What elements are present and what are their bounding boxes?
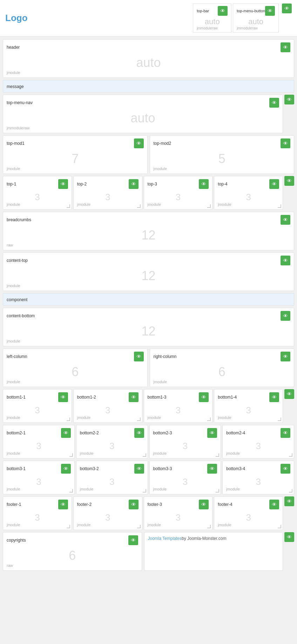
footer1-eye-button[interactable]: 👁 [58,500,68,509]
bottom1-row: bottom1-1 👁 3 jmodule bottom1-2 👁 3 jm [3,389,283,423]
bottom2-4-eye-button[interactable]: 👁 [281,428,290,438]
eye-icon: 👁 [272,502,277,507]
footer-section: footer-1 👁 3 jmodule footer-2 👁 3 jmod [3,496,294,530]
content-bottom-type: jmodule [7,339,290,343]
footer2-resize [137,525,141,528]
eye-icon: 👁 [283,354,288,359]
breadcrumbs-name: breadcrumbs [7,217,31,222]
eye-icon: 👁 [137,430,142,436]
eye-icon: 👁 [283,430,288,436]
bottom3-3-number: 3 [153,475,217,487]
bottom1-4-number: 3 [218,404,279,415]
message-position: message [3,80,294,93]
eye-icon: 👁 [210,430,215,436]
bottom2-4-name: bottom2-4 [226,431,245,435]
top-bar-box: top-bar 👁 auto jmmoduleraw [193,4,231,33]
header-auto: auto [7,54,290,70]
top-menu-nav-position: top-menu-nav 👁 auto jmmoduleraw [3,95,283,133]
header-area-eye-button[interactable]: 👁 [282,4,292,13]
copyrights-eye-button[interactable]: 👁 [128,535,138,545]
copyrights-outer-eye-button[interactable]: 👁 [284,532,294,542]
bottom1-3-number: 3 [148,404,209,415]
eye-icon: 👁 [272,181,277,187]
footer4-eye-button[interactable]: 👁 [269,500,279,509]
footer3-eye-button[interactable]: 👁 [199,500,209,509]
bottom3-1-name: bottom3-1 [7,466,26,471]
header-section: header 👁 auto jmodule [3,39,294,78]
footer3-name: footer-3 [148,502,162,507]
bottom2-2-eye-button[interactable]: 👁 [134,428,144,438]
bottom3-4-name: bottom3-4 [226,466,245,471]
bottom3-1-number: 3 [7,475,71,487]
footer-outer-eye-button[interactable]: 👁 [284,496,294,506]
left-column-eye-button[interactable]: 👁 [134,352,144,361]
breadcrumbs-eye-button[interactable]: 👁 [281,215,290,225]
footer1-name: footer-1 [7,502,21,507]
top-row-outer-eye-button[interactable]: 👁 [284,176,294,186]
content-top-eye-button[interactable]: 👁 [281,256,290,265]
content-bottom-number: 12 [7,322,290,339]
top2-name: top-2 [77,182,87,187]
eye-icon: 👁 [287,178,292,184]
copyrights-link-box: Joomla Templates by Joomla-Monster.com [144,532,283,571]
bottom1-4-eye-button[interactable]: 👁 [269,392,279,402]
eye-icon: 👁 [284,6,289,11]
top3-position: top-3 👁 3 jmodule [144,176,213,210]
right-column-eye-button[interactable]: 👁 [281,352,290,361]
eye-icon: 👁 [272,394,277,400]
bottom2-3-number: 3 [153,439,217,451]
bottom1-2-eye-button[interactable]: 👁 [129,392,139,402]
bottom2-2-resize [143,453,146,457]
top-menu-nav-eye-button[interactable]: 👁 [269,98,279,108]
top-mod1-type: jmodule [7,167,144,171]
header-pos-header: header 👁 [7,42,290,52]
top-menu-nav-outer-eye-button[interactable]: 👁 [284,95,294,104]
joomla-templates-link[interactable]: Joomla Templates [148,536,182,541]
right-column-name: right-column [154,354,177,359]
eye-icon: 👁 [272,100,277,106]
content-bottom-name: content-bottom [7,313,35,318]
bottom2-1-position: bottom2-1 👁 3 jmodule [3,425,75,459]
top-bar-auto: auto [197,17,228,26]
footer3-type: jmodule [148,523,209,527]
bottom1-3-eye-button[interactable]: 👁 [199,392,209,402]
footer4-name: footer-4 [218,502,232,507]
bottom1-3-name: bottom1-3 [148,395,167,400]
top2-eye-button[interactable]: 👁 [129,179,139,189]
bottom3-1-eye-button[interactable]: 👁 [61,464,71,474]
bottom2-1-eye-button[interactable]: 👁 [61,428,71,438]
top-bar-type: jmmoduleraw [197,26,228,30]
eye-icon: 👁 [61,394,66,400]
header-eye-button[interactable]: 👁 [281,42,290,52]
top-mod2-eye-button[interactable]: 👁 [281,138,290,148]
bottom1-1-eye-button[interactable]: 👁 [58,392,68,402]
top3-eye-button[interactable]: 👁 [199,179,209,189]
bottom2-4-type: jmodule [226,451,290,455]
header-pos-name: header [7,45,20,50]
left-column-type: jmodule [7,380,144,384]
content-bottom-eye-button[interactable]: 👁 [281,311,290,321]
bottom3-2-eye-button[interactable]: 👁 [134,464,144,474]
top-mod1-eye-button[interactable]: 👁 [134,138,144,148]
content-top-number: 12 [7,267,290,284]
top-menu-nav-type: jmmoduleraw [7,126,279,130]
top4-eye-button[interactable]: 👁 [269,179,279,189]
footer2-eye-button[interactable]: 👁 [129,500,139,509]
bottom3-2-resize [143,489,146,493]
top-bar-eye-button[interactable]: 👁 [218,6,228,16]
top1-number: 3 [7,190,68,202]
bottom3-4-position: bottom3-4 👁 3 jmodule [222,461,294,494]
bottom3-3-eye-button[interactable]: 👁 [207,464,217,474]
top-menu-button-eye-button[interactable]: 👁 [265,6,275,16]
top-menu-nav-header: top-menu-nav 👁 [7,98,279,108]
bottom3-4-type: jmodule [226,487,290,491]
top1-eye-button[interactable]: 👁 [58,179,68,189]
bottom1-outer-eye-button[interactable]: 👁 [284,389,294,399]
bottom3-2-type: jmodule [80,487,144,491]
top4-name: top-4 [218,182,227,187]
bottom2-3-eye-button[interactable]: 👁 [207,428,217,438]
top-module-area: top-bar 👁 auto jmmoduleraw top-menu-butt… [193,4,292,33]
top-header: Logo top-bar 👁 auto jmmoduleraw top-menu… [0,0,297,36]
bottom2-2-position: bottom2-2 👁 3 jmodule [76,425,148,459]
bottom3-4-eye-button[interactable]: 👁 [281,464,290,474]
